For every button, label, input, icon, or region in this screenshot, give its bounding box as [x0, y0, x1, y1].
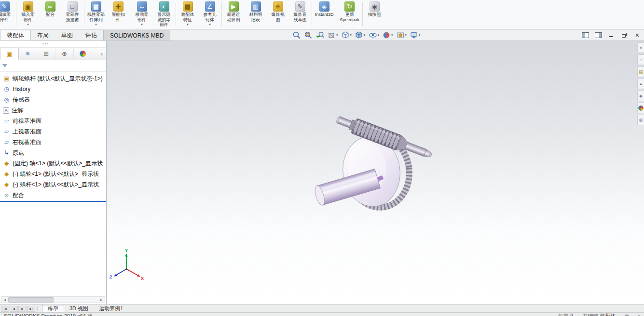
task-pane-file-explorer-button[interactable]: ≡ [637, 79, 644, 89]
ribbon-button-explode-line-sketch[interactable]: ✎ 爆炸直 线草图 [289, 1, 311, 23]
nav-previous-tab-button[interactable]: ◀ [10, 306, 18, 312]
tree-item-label: 蜗轮蜗杆 (默认<默认_显示状态-1>) [13, 75, 103, 83]
ribbon-button-component-preview-window[interactable]: □ 零部件 预览窗 [61, 1, 83, 23]
feature-filter-input[interactable] [10, 62, 104, 70]
mate-icon: ∞ [45, 1, 55, 12]
tab-3d-views[interactable]: 3D 视图 [64, 305, 94, 312]
task-pane-appearances-button[interactable] [637, 103, 644, 113]
task-pane-custom-properties-button[interactable]: ◎ [637, 115, 644, 125]
ribbon-button-mate[interactable]: ∞ 配合 [39, 1, 61, 18]
zoom-to-fit-button[interactable] [291, 30, 302, 40]
ribbon-button-new-motion-study[interactable]: ▶ 新建运 动算例 [222, 1, 245, 23]
ribbon-button-exploded-view[interactable]: ✳ 爆炸视 图 [267, 1, 289, 23]
ribbon-button-reference-geometry[interactable]: ∠ 参考几 何体 ▾ [199, 1, 221, 26]
orientation-triad: Y X Z [110, 248, 144, 281]
tab-motion-study-1[interactable]: 运动算例1 [94, 305, 128, 312]
tab-evaluate[interactable]: 评估 [79, 30, 103, 40]
tab-solidworks-mbd[interactable]: SOLIDWORKS MBD [103, 30, 170, 40]
tab-dimxpertmanager[interactable]: ⊕ [55, 48, 74, 60]
tree-item-right-plane[interactable]: ▱ 右视基准面 [0, 137, 106, 147]
ribbon-button-edit-component[interactable]: ✎ 编辑零 部件 [0, 1, 15, 23]
hide-show-items-button[interactable]: ▾ [368, 30, 381, 40]
panel-expand-arrow[interactable]: › [97, 48, 106, 60]
ribbon-button-move-component[interactable]: ↔ 移动零 部件 ▾ [131, 1, 153, 26]
tree-item-mates[interactable]: ∞ 配合 [0, 190, 106, 200]
status-dropdown-icon[interactable]: ▾ [638, 314, 640, 316]
collapse-panel-left-button[interactable] [580, 31, 590, 40]
tab-model[interactable]: 模型 [42, 305, 64, 312]
scroll-left-icon[interactable]: ◂ [1, 298, 8, 302]
view-orientation-button[interactable]: ▾ [340, 30, 353, 40]
tab-assembly[interactable]: 装配体 [0, 30, 31, 40]
ribbon-button-take-snapshot[interactable]: ◉ 拍快照 [363, 1, 385, 18]
restore-button[interactable] [619, 31, 629, 40]
ribbon-button-instant3d[interactable]: ◈ Instant3D [313, 1, 336, 18]
tab-propertymanager[interactable]: ≡ [19, 48, 37, 60]
task-pane-resources-button[interactable]: ⌂ [637, 54, 644, 65]
zoom-to-area-button[interactable] [303, 30, 314, 40]
minimize-button[interactable] [606, 31, 616, 40]
ribbon-button-label: 更新 Speedpak [340, 12, 360, 22]
3d-viewport[interactable]: Y X Z « ⌂ ▤ ≡ ◈ ◎ [107, 41, 644, 304]
reference-geometry-icon: ∠ [205, 1, 215, 12]
assembly-features-icon: ▤ [183, 1, 193, 12]
tab-featuremanager[interactable]: ▣ [0, 48, 19, 60]
task-pane-design-library-button[interactable]: ▤ [637, 66, 644, 77]
scrollbar-thumb[interactable] [8, 297, 54, 303]
tree-item-label: 右视基准面 [13, 138, 41, 146]
tree-item-part-worm[interactable]: ◆ (-) 蜗杆<1> (默认<<默认>_显示状 [0, 179, 106, 190]
panel-grip[interactable]: ••• [0, 41, 106, 47]
edit-component-icon: ✎ [0, 1, 10, 12]
pane-right-icon [595, 32, 602, 38]
tree-item-front-plane[interactable]: ▱ 前视基准面 [0, 116, 106, 126]
plane-icon: ▱ [3, 139, 10, 145]
chevron-down-icon: ▾ [350, 33, 352, 37]
tab-displaymanager[interactable] [74, 48, 92, 60]
nav-next-tab-button[interactable]: ▶ [18, 306, 27, 312]
task-pane-collapse-button[interactable]: « [637, 42, 644, 53]
tree-item-assembly-root[interactable]: ▣ 蜗轮蜗杆 (默认<默认_显示状态-1>) [0, 73, 106, 84]
display-style-button[interactable]: ▾ [354, 30, 367, 40]
previous-view-button[interactable] [315, 30, 325, 40]
ribbon-button-assembly-features[interactable]: ▤ 装配体 特征 ▾ [177, 1, 199, 26]
tab-sketch[interactable]: 草图 [55, 30, 79, 40]
ribbon-button-smart-fasteners[interactable]: ✚ 智能扣 件 [107, 1, 129, 23]
nav-first-tab-button[interactable]: |◀ [1, 306, 9, 312]
scroll-right-icon[interactable]: ▸ [98, 298, 105, 302]
edit-appearance-icon [382, 31, 391, 40]
ribbon-button-update-speedpak[interactable]: ↻ 更新 Speedpak [338, 1, 362, 23]
ribbon-button-label: 参考几 何体 [204, 12, 217, 22]
tree-item-history[interactable]: ◷ History [0, 84, 106, 94]
tree-item-origin[interactable]: ↳ 原点 [0, 147, 106, 158]
tree-item-top-plane[interactable]: ▱ 上视基准面 [0, 126, 106, 137]
apply-scene-button[interactable]: ▾ [395, 30, 408, 40]
tree-rollback-bar[interactable] [0, 201, 106, 202]
ribbon-button-insert-component[interactable]: ▣ 插入零 部件 ▾ [17, 1, 39, 26]
task-pane-view-palette-button[interactable]: ◈ [637, 91, 644, 101]
solidworks-window: ✎ 编辑零 部件 ▣ 插入零 部件 ▾ ∞ 配合 □ 零部件 预览窗 ▦ 线性零… [0, 0, 644, 316]
collapse-panel-right-button[interactable] [593, 31, 603, 40]
ribbon-button-show-hidden-components[interactable]: ◐ 显示隐 藏的零 部件 [153, 1, 175, 28]
view-settings-button[interactable]: ▾ [409, 30, 422, 40]
panel-horizontal-scrollbar[interactable]: ◂ ▸ [1, 296, 105, 303]
ribbon-button-label: 编辑零 部件 [0, 12, 11, 22]
close-button[interactable]: × [632, 31, 642, 40]
tab-splitter[interactable] [37, 306, 40, 311]
tree-item-part-worm-wheel[interactable]: ◆ (-) 蜗轮<1> (默认<<默认>_显示状 [0, 169, 106, 179]
library-icon: ▤ [639, 69, 643, 74]
insert-component-icon: ▣ [23, 1, 33, 12]
section-view-button[interactable]: ▾ [326, 30, 339, 40]
edit-appearance-button[interactable]: ▾ [381, 30, 394, 40]
ribbon-button-bill-of-materials[interactable]: ▥ 材料明 细表 [245, 1, 267, 23]
tree-item-label: 配合 [13, 191, 24, 199]
nav-last-tab-button[interactable]: ▶| [27, 306, 35, 312]
tree-item-part-axis[interactable]: ◆ (固定) 轴<1> (默认<<默认>_显示状 [0, 158, 106, 169]
tree-item-annotations[interactable]: A 注解 [0, 105, 106, 116]
tab-configurationmanager[interactable]: ⊞ [37, 48, 55, 60]
tree-item-sensors[interactable]: ◎ 传感器 [0, 94, 106, 105]
status-grid-icon[interactable]: ▦ [625, 314, 629, 316]
ribbon-button-linear-component-pattern[interactable]: ▦ 线性零部 件阵列 ▾ [85, 1, 107, 26]
window-controls: × [580, 30, 642, 40]
tab-layout[interactable]: 布局 [31, 30, 55, 40]
scrollbar-track[interactable] [8, 297, 98, 303]
